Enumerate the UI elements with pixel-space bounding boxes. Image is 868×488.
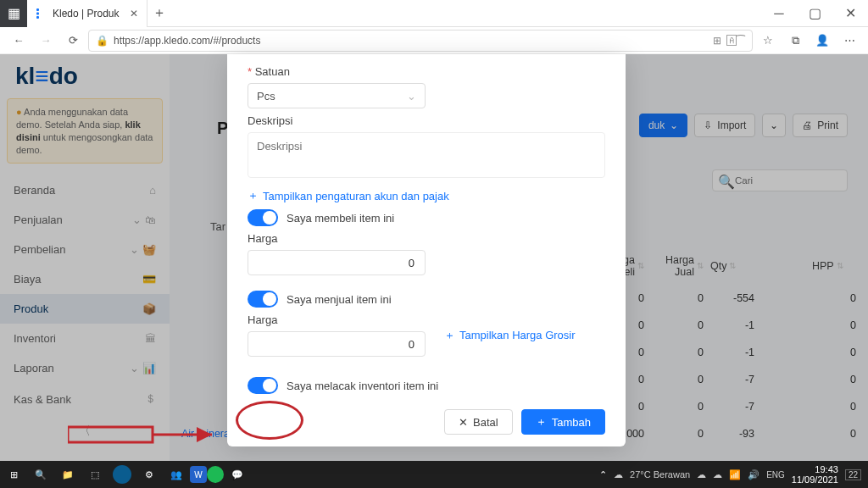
svg-rect-2 (36, 16, 39, 19)
switch-inventori[interactable] (248, 377, 278, 394)
harga-beli-input[interactable] (248, 250, 426, 275)
harga-beli-label: Harga (248, 232, 605, 245)
sound-icon[interactable]: 🔊 (748, 469, 760, 480)
reader-icon[interactable]: ⊞ (713, 35, 721, 47)
satuan-label: Satuan (248, 65, 605, 78)
word-icon[interactable]: W (190, 466, 207, 483)
switch-inventori-label: Saya melacak inventori item ini (287, 380, 438, 392)
cloud-icon[interactable]: ☁ (713, 469, 722, 480)
link-akun-pajak[interactable]: ＋ Tampilkan pengaturan akun dan pajak (248, 188, 449, 203)
harga-jual-input[interactable] (248, 331, 426, 357)
clock-time[interactable]: 19:43 (792, 464, 838, 474)
harga-jual-label: Harga (248, 313, 426, 326)
clock-date[interactable]: 11/09/2021 (792, 474, 838, 485)
satuan-select[interactable]: Pcs ⌄ (248, 83, 426, 108)
window-maximize-button[interactable]: ▢ (797, 0, 832, 27)
weather-text[interactable]: 27°C Berawan (630, 469, 690, 480)
switch-jual-label: Saya menjual item ini (287, 293, 392, 306)
switch-beli[interactable] (248, 209, 278, 226)
spotify-icon[interactable] (207, 466, 224, 483)
window-titlebar: ▦ Kledo | Produk ✕ ＋ ─ ▢ ✕ (0, 0, 868, 27)
cloud-icon[interactable]: ☁ (697, 469, 706, 480)
notification-count[interactable]: 22 (845, 469, 861, 480)
profile-button[interactable]: 👤 (810, 29, 834, 53)
new-tab-button[interactable]: ＋ (147, 2, 171, 25)
dropbox-icon[interactable]: ⬚ (81, 461, 108, 488)
deskripsi-textarea[interactable] (248, 132, 605, 178)
address-bar[interactable]: 🔒 https://app.kledo.com/#/products ⊞ 🄰⁀ (88, 30, 753, 52)
tab-title: Kledo | Produk (53, 8, 120, 19)
browser-tab[interactable]: Kledo | Produk ✕ (27, 0, 147, 27)
weather-icon: ☁ (614, 469, 623, 480)
start-button[interactable]: ⊞ (0, 461, 27, 488)
chevron-up-icon[interactable]: ⌃ (599, 469, 607, 480)
submit-button[interactable]: ＋ Tambah (521, 409, 605, 435)
teams-icon[interactable]: 👥 (163, 461, 190, 488)
link-harga-grosir[interactable]: ＋ Tampilkan Harga Grosir (444, 328, 576, 343)
svg-rect-3 (68, 427, 153, 442)
edge-icon[interactable] (113, 465, 131, 484)
app-menu-button[interactable]: ⋯ (837, 29, 861, 53)
back-button[interactable]: ← (7, 29, 31, 53)
chevron-down-icon: ⌄ (407, 90, 416, 103)
page-content: kl≡do ● Anda menggunakan data demo. Sete… (0, 54, 868, 488)
window-minimize-button[interactable]: ─ (761, 0, 797, 27)
language-indicator[interactable]: ENG (766, 470, 785, 480)
annotation-circle (236, 401, 303, 440)
reload-button[interactable]: ⟳ (61, 29, 85, 53)
favorite-button[interactable]: ☆ (756, 29, 780, 53)
svg-rect-0 (36, 8, 39, 11)
forward-button: → (34, 29, 58, 53)
close-tab-icon[interactable]: ✕ (130, 8, 138, 19)
taskbar: ⊞ 🔍 📁 ⬚ ⚙ 👥 W 💬 ⌃ ☁ 27°C Berawan ☁ ☁ 📶 🔊… (0, 461, 868, 488)
url-text: https://app.kledo.com/#/products (114, 35, 260, 47)
whatsapp-icon[interactable]: 💬 (224, 461, 251, 488)
settings-icon[interactable]: ⚙ (136, 461, 163, 488)
svg-rect-1 (36, 12, 39, 14)
window-close-button[interactable]: ✕ (832, 0, 868, 27)
kledo-favicon (34, 7, 47, 20)
translate-icon[interactable]: 🄰⁀ (726, 35, 745, 47)
wifi-icon[interactable]: 📶 (729, 469, 741, 480)
cancel-button[interactable]: ✕ Batal (444, 409, 513, 435)
product-modal: Satuan Pcs ⌄ Deskripsi ＋ Tampilkan penga… (227, 54, 626, 446)
search-taskbar-button[interactable]: 🔍 (27, 461, 54, 488)
annotation-arrow (68, 419, 220, 452)
collections-button[interactable]: ⧉ (783, 29, 807, 53)
system-tray: ⌃ ☁ 27°C Berawan ☁ ☁ 📶 🔊 ENG 19:43 11/09… (599, 464, 868, 485)
switch-beli-label: Saya membeli item ini (287, 212, 394, 225)
tabs-overview-button[interactable]: ▦ (0, 0, 27, 27)
urlbar: ← → ⟳ 🔒 https://app.kledo.com/#/products… (0, 27, 868, 54)
explorer-icon[interactable]: 📁 (54, 461, 81, 488)
lock-icon: 🔒 (96, 35, 108, 47)
deskripsi-label: Deskripsi (248, 114, 605, 127)
switch-jual[interactable] (248, 291, 278, 308)
